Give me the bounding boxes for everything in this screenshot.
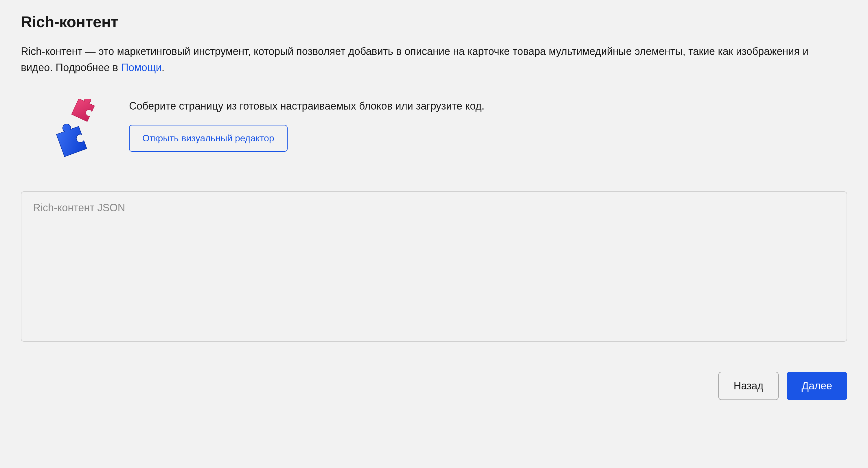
help-link[interactable]: Помощи [121,62,161,73]
build-hint: Соберите страницу из готовых настраиваем… [129,99,847,113]
build-section: Соберите страницу из готовых настраиваем… [21,99,847,157]
next-button[interactable]: Далее [787,372,847,400]
description-text: Rich-контент — это маркетинговый инструм… [21,43,831,76]
rich-content-json-input[interactable] [21,191,847,342]
back-button[interactable]: Назад [718,372,778,400]
description-after: . [162,62,165,73]
open-visual-editor-button[interactable]: Открыть визуальный редактор [129,125,288,152]
build-content: Соберите страницу из готовых настраиваем… [129,99,847,152]
footer-actions: Назад Далее [21,372,847,400]
puzzle-icon [53,99,111,157]
page-title: Rich-контент [21,13,847,31]
